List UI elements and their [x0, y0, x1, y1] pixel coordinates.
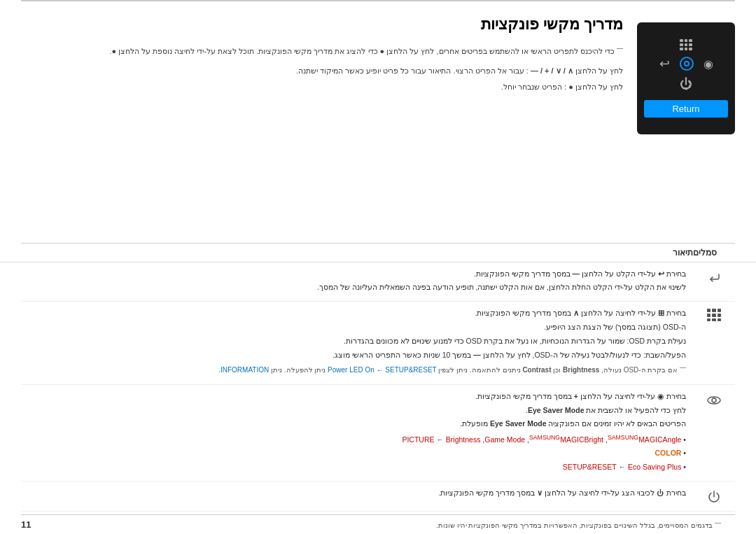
- circle-icon: [680, 57, 694, 71]
- row-text-power: בחירת ⏻ לכיבוי הצג על-ידי לחיצה על הלחצן…: [21, 487, 686, 501]
- row-icon-menu: [693, 307, 735, 321]
- row-text-eye: בחירת ◉ על-ידי לחיצה על הלחצן + במסך מדר…: [21, 391, 686, 475]
- table-body: בחירת ↩ על-ידי הקלט על הלחצן — במסך מדרי…: [0, 262, 756, 512]
- eye-icon: ◉: [704, 57, 713, 71]
- intro-line1: — כדי להיכנס לתפריט הראשי או להשתמש בפרי…: [21, 43, 623, 57]
- monitor-box: ↩ ◉ ⏻ Return: [637, 22, 735, 134]
- footer-note: — בדגמים המסויימים, בגלל השינויים בפונקצ…: [31, 519, 735, 529]
- table-header: תיאור סמלים: [0, 244, 756, 262]
- row-icon-power: [693, 487, 735, 505]
- table-row: בחירת ↩ על-ידי הקלט על הלחצן — במסך מדרי…: [21, 262, 735, 302]
- row-text-return: בחירת ↩ על-ידי הקלט על הלחצן — במסך מדרי…: [21, 268, 686, 296]
- return-button[interactable]: Return: [644, 100, 728, 118]
- page-number: 11: [21, 519, 31, 530]
- return-icon: ↩: [659, 56, 670, 71]
- row-icon-eye: [693, 391, 735, 409]
- svg-point-1: [712, 398, 716, 402]
- monitor-top-row: [680, 39, 692, 50]
- row-icon-return: [693, 268, 735, 286]
- table-row: בחירת ⏻ לכיבוי הצג על-ידי לחיצה על הלחצן…: [21, 482, 735, 512]
- col-symbol-header: סמלים: [693, 248, 735, 258]
- button-instruction-2: לחץ על הלחצן ● : הפריט שנבחר יוחל.: [21, 80, 623, 94]
- content-area: מדריך מקשי פונקציות — כדי להיכנס לתפריט …: [0, 1, 756, 236]
- footnote-marker: —: [617, 45, 623, 52]
- table-row: בחירת ⊞ על-ידי לחיצה על הלחצן ∧ במסך מדר…: [21, 302, 735, 385]
- footer-bar: 11 — בדגמים המסויימים, בגלל השינויים בפו…: [21, 514, 735, 534]
- col-desc-header: תיאור: [21, 248, 693, 258]
- page-container: מדריך מקשי פונקציות — כדי להיכנס לתפריט …: [0, 0, 756, 534]
- monitor-power-row: ⏻: [680, 77, 692, 92]
- main-content: מדריך מקשי פונקציות — כדי להיכנס לתפריט …: [21, 15, 623, 236]
- table-row: בחירת ◉ על-ידי לחיצה על הלחצן + במסך מדר…: [21, 385, 735, 482]
- button-instruction-1: לחץ על הלחצן ∧ / ∨ / + / — : עבור אל הפר…: [21, 64, 623, 78]
- monitor-image: ↩ ◉ ⏻ Return: [637, 22, 735, 236]
- monitor-mid-row: ↩ ◉: [659, 56, 713, 71]
- page-title: מדריך מקשי פונקציות: [21, 15, 623, 34]
- row-text-menu: בחירת ⊞ על-ידי לחיצה על הלחצן ∧ במסך מדר…: [21, 307, 686, 379]
- grid-icon: [680, 39, 692, 50]
- power-icon: ⏻: [680, 77, 692, 92]
